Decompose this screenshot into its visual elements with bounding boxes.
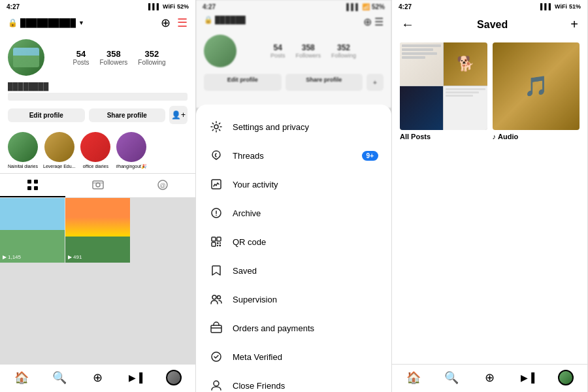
tab-grid[interactable] bbox=[0, 174, 65, 197]
add-post-icon[interactable]: ⊕ bbox=[161, 16, 171, 30]
svg-rect-22 bbox=[211, 325, 221, 333]
svg-rect-18 bbox=[217, 245, 218, 246]
thumb-cell-2: 🐕 bbox=[444, 42, 487, 86]
menu-item-settings[interactable]: Settings and privacy bbox=[196, 112, 391, 141]
posts-stat[interactable]: 54 Posts bbox=[73, 49, 89, 66]
svg-rect-15 bbox=[212, 242, 216, 246]
menu-item-archive[interactable]: Archive bbox=[196, 199, 391, 227]
grid-icon bbox=[27, 179, 39, 191]
status-icons-3: ▌▌▌ WiFi 51% bbox=[540, 3, 581, 10]
settings-icon bbox=[209, 120, 223, 134]
nav-search[interactable]: 🔍 bbox=[52, 370, 67, 385]
highlight-label-2: Leverage Edu... bbox=[43, 164, 75, 169]
orders-label: Orders and payments bbox=[233, 323, 378, 333]
svg-point-5 bbox=[96, 183, 100, 187]
following-stat[interactable]: 352 Following bbox=[138, 49, 165, 66]
menu-item-threads[interactable]: Threads 9+ bbox=[196, 141, 391, 170]
menu-bottom-sheet: Settings and privacy Threads 9+ Your act… bbox=[196, 105, 391, 392]
highlight-1[interactable]: Nainital diaries bbox=[8, 132, 38, 169]
chevron-down-icon: ▼ bbox=[78, 20, 84, 26]
nav-reels[interactable]: ▶▐ bbox=[128, 370, 144, 385]
add-friend-button[interactable]: 👤+ bbox=[169, 106, 188, 124]
nav-profile-avatar-3[interactable] bbox=[558, 370, 574, 385]
svg-point-20 bbox=[212, 295, 216, 299]
menu-item-orders[interactable]: Orders and payments bbox=[196, 314, 391, 342]
header-actions: ⊕ ☰ bbox=[161, 16, 188, 30]
svg-rect-3 bbox=[34, 186, 38, 190]
svg-point-21 bbox=[218, 296, 221, 299]
menu-item-activity[interactable]: Your activity bbox=[196, 170, 391, 199]
highlight-label-1: Nainital diaries bbox=[8, 164, 38, 169]
audio-label: Audio bbox=[498, 133, 518, 140]
nav-reels-3[interactable]: ▶▐ bbox=[520, 370, 536, 385]
content-tabs: @ bbox=[0, 173, 195, 198]
audio-label-row: ♪ Audio bbox=[493, 133, 580, 140]
menu-item-saved[interactable]: Saved bbox=[196, 256, 391, 285]
music-icon: 🎵 bbox=[524, 74, 548, 97]
followers-stat[interactable]: 358 Followers bbox=[99, 49, 127, 66]
nav-home[interactable]: 🏠 bbox=[14, 370, 29, 385]
svg-rect-1 bbox=[34, 180, 38, 184]
grid-cell-2[interactable]: ▶491 bbox=[65, 198, 130, 263]
friends-icon bbox=[209, 378, 223, 392]
thumb-cell-1 bbox=[400, 42, 443, 86]
menu-item-supervision[interactable]: Supervision bbox=[196, 285, 391, 314]
grid-cell-1[interactable]: ▶1,145 bbox=[0, 198, 65, 263]
activity-label: Your activity bbox=[233, 180, 378, 189]
time-3: 4:27 bbox=[399, 3, 412, 10]
tagged-icon: @ bbox=[157, 179, 169, 191]
highlight-4[interactable]: #hangingout🎉 bbox=[116, 132, 147, 169]
menu-panel: 4:27▌▌▌ 📶 52% 🔒 ██████ ⊕ ☰ 54Posts 358Fo… bbox=[196, 0, 392, 392]
collection-all-posts[interactable]: 🐕 All Posts bbox=[400, 42, 487, 200]
menu-icon[interactable]: ☰ bbox=[177, 16, 188, 30]
battery-3: 51% bbox=[569, 3, 581, 10]
svg-rect-13 bbox=[212, 237, 216, 241]
nav-search-3[interactable]: 🔍 bbox=[444, 370, 459, 385]
menu-item-meta[interactable]: Meta Verified bbox=[196, 342, 391, 371]
all-posts-thumbnail: 🐕 bbox=[400, 42, 487, 130]
tab-tagged[interactable]: @ bbox=[130, 174, 195, 197]
meta-label: Meta Verified bbox=[233, 352, 378, 362]
edit-profile-button[interactable]: Edit profile bbox=[8, 108, 85, 122]
following-count: 352 bbox=[145, 49, 159, 59]
bottom-nav-3: 🏠 🔍 ⊕ ▶▐ bbox=[392, 364, 587, 392]
qrcode-label: QR code bbox=[233, 237, 378, 247]
svg-rect-19 bbox=[220, 245, 221, 247]
status-bar-1: 4:27 ▌▌▌ WiFi 52% bbox=[0, 0, 195, 13]
signal-3: ▌▌▌ bbox=[540, 3, 553, 10]
action-buttons-row: Edit profile Share profile 👤+ bbox=[0, 102, 195, 128]
highlight-3[interactable]: office diaries bbox=[80, 132, 110, 169]
profile-header: 🔒 ██████████ ▼ ⊕ ☰ bbox=[0, 13, 195, 34]
svg-rect-10 bbox=[212, 180, 221, 189]
menu-item-qrcode[interactable]: QR code bbox=[196, 227, 391, 256]
nav-profile-avatar[interactable] bbox=[166, 370, 182, 385]
all-posts-label: All Posts bbox=[400, 133, 487, 140]
svg-rect-2 bbox=[27, 186, 31, 190]
battery-1: 52% bbox=[177, 3, 189, 10]
back-button[interactable]: ← bbox=[401, 17, 414, 32]
svg-rect-17 bbox=[220, 242, 221, 244]
add-collection-button[interactable]: + bbox=[570, 17, 578, 32]
posts-count: 54 bbox=[76, 49, 86, 59]
followers-label: Followers bbox=[99, 59, 127, 66]
nav-add-3[interactable]: ⊕ bbox=[482, 370, 497, 385]
avatar bbox=[8, 39, 44, 76]
wifi-icon: WiFi bbox=[163, 3, 175, 10]
highlight-2[interactable]: Leverage Edu... bbox=[43, 132, 75, 169]
highlight-circle-1 bbox=[8, 132, 38, 162]
spacer bbox=[392, 206, 587, 364]
profile-background-peek: 4:27▌▌▌ 📶 52% 🔒 ██████ ⊕ ☰ 54Posts 358Fo… bbox=[196, 0, 391, 108]
share-profile-button[interactable]: Share profile bbox=[89, 108, 166, 122]
followers-count: 358 bbox=[106, 49, 121, 59]
signal-icon: ▌▌▌ bbox=[148, 3, 161, 10]
menu-item-friends[interactable]: Close Friends bbox=[196, 371, 391, 392]
nav-home-3[interactable]: 🏠 bbox=[406, 370, 421, 385]
status-icons-1: ▌▌▌ WiFi 52% bbox=[148, 3, 189, 10]
saved-panel: 4:27 ▌▌▌ WiFi 51% ← Saved + bbox=[392, 0, 588, 392]
nav-add[interactable]: ⊕ bbox=[90, 370, 105, 385]
tab-reels[interactable] bbox=[65, 174, 131, 197]
username-section[interactable]: 🔒 ██████████ ▼ bbox=[8, 18, 84, 27]
collection-audio[interactable]: 🎵 ♪ Audio bbox=[493, 42, 580, 200]
highlight-circle-2 bbox=[44, 132, 74, 162]
profile-stats-section: 54 Posts 358 Followers 352 Following bbox=[0, 34, 195, 81]
